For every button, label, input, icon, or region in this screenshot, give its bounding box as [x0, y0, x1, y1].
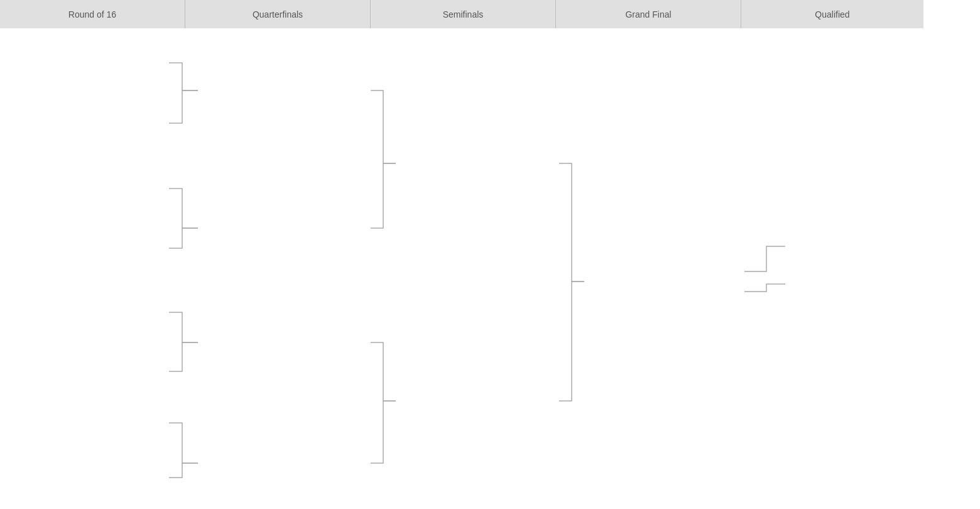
sf-header: Semifinals — [371, 0, 556, 28]
qualified-section: Qualified — [741, 0, 923, 28]
round-of-16-header: Round of 16 — [0, 0, 185, 28]
gf-title: Grand Final — [625, 9, 671, 19]
qf-title: Quarterfinals — [253, 9, 303, 19]
gf-header: Grand Final — [556, 0, 741, 28]
qual-title: Qualified — [815, 9, 849, 19]
round-of-16-section: Round of 16 outsiders 1 go next 0 — [0, 0, 185, 28]
r16-title: Round of 16 — [68, 9, 116, 19]
qf-header: Quarterfinals — [185, 0, 371, 28]
qual-header: Qualified — [741, 0, 923, 28]
grand-final-section: Grand Final i — [556, 0, 741, 28]
semifinals-section: Semifinals i — [371, 0, 556, 28]
sf-title: Semifinals — [443, 9, 484, 19]
quarterfinals-section: Quarterfinals outsiders 0 Marlerino eSpo… — [185, 0, 371, 28]
bracket-container: Round of 16 outsiders 1 go next 0 — [0, 0, 980, 28]
